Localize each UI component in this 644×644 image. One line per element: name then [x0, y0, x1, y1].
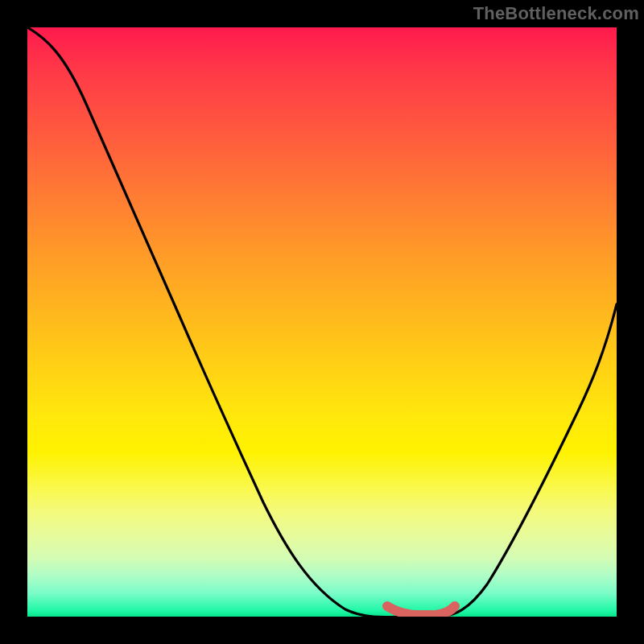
- watermark-text: TheBottleneck.com: [473, 3, 639, 24]
- chart-frame: TheBottleneck.com: [0, 0, 644, 644]
- chart-background-gradient: [27, 27, 617, 617]
